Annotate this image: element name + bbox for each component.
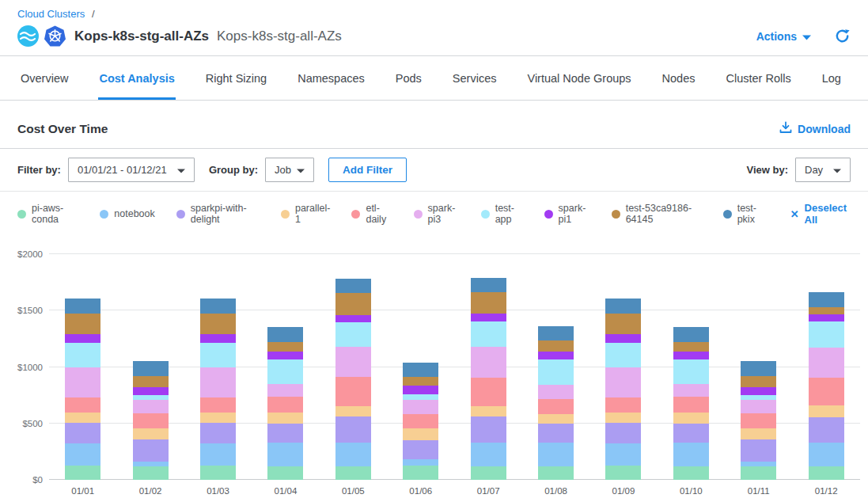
breadcrumb-link-cloud-clusters[interactable]: Cloud Clusters (17, 8, 85, 20)
deselect-all-button[interactable]: ✕Deselect All (790, 202, 851, 226)
chart-x-axis: 01/0101/0201/0301/0401/0501/0601/0701/08… (49, 480, 860, 496)
stacked-bar-01-09 (605, 299, 641, 480)
bar-segment-spark-pi1 (605, 334, 641, 343)
bar-segment-test-53ca9186-64145 (673, 342, 709, 352)
bar-segment-spark-pi3 (471, 347, 506, 378)
bar-segment-parallel-1 (335, 406, 371, 416)
bar-segment-sparkpi-with-delight (673, 424, 709, 443)
bar-segment-etl-daily (65, 397, 100, 413)
stacked-bar-01-10 (673, 327, 709, 480)
legend-item-test-app[interactable]: test-app (481, 203, 523, 225)
legend-label: etl-daily (366, 203, 392, 225)
legend-item-parallel-1[interactable]: parallel-1 (281, 203, 330, 225)
bar-segment-spark-pi1 (200, 334, 236, 343)
x-axis-tick: 01/01 (59, 486, 107, 496)
download-button[interactable]: Download (779, 121, 851, 136)
bar-segment-test-pkix (335, 279, 371, 293)
group-by-label: Group by: (209, 164, 258, 176)
stacked-bar-01-07 (471, 278, 506, 480)
x-axis-tick: 01/09 (600, 486, 647, 496)
cluster-name: Kops-k8s-stg-all-AZs (74, 29, 209, 44)
legend-item-pi-aws-conda[interactable]: pi-aws-conda (17, 203, 78, 225)
bar-segment-test-pkix (267, 327, 303, 342)
x-axis-tick: 01/07 (464, 486, 512, 496)
bar-segment-pi-aws-conda (809, 466, 844, 480)
legend-dot-icon (544, 210, 553, 219)
legend-label: sparkpi-with-delight (191, 203, 260, 225)
legend-item-test-53ca9186-64145[interactable]: test-53ca9186-64145 (612, 203, 702, 225)
bar-segment-notebook (267, 443, 303, 466)
x-axis-tick: 01/06 (397, 486, 445, 496)
bar-segment-test-53ca9186-64145 (200, 314, 236, 335)
legend-dot-icon (351, 210, 360, 219)
tab-nodes[interactable]: Nodes (661, 56, 696, 100)
bar-segment-test-53ca9186-64145 (538, 340, 574, 352)
legend-item-spark-pi3[interactable]: spark-pi3 (414, 203, 460, 225)
view-by-dropdown[interactable]: Day (795, 158, 851, 182)
bar-segment-etl-daily (673, 397, 709, 413)
bar-segment-spark-pi1 (403, 386, 438, 394)
legend-dot-icon (612, 210, 620, 219)
bar-segment-test-pkix (673, 327, 709, 342)
legend-item-notebook[interactable]: notebook (100, 208, 154, 219)
bar-segment-test-app (335, 322, 371, 348)
refresh-icon[interactable] (835, 29, 851, 44)
group-by-dropdown[interactable]: Job (265, 158, 314, 182)
tab-namespaces[interactable]: Namespaces (297, 56, 366, 100)
ocean-logo-icon (17, 25, 39, 47)
bar-segment-spark-pi3 (809, 348, 844, 378)
bar-segment-notebook (200, 443, 236, 466)
bar-segment-test-53ca9186-64145 (605, 314, 641, 335)
stacked-bar-01-06 (403, 363, 438, 480)
bar-segment-pi-aws-conda (741, 466, 776, 480)
legend-label: test-pkix (737, 203, 766, 225)
stacked-bar-01-01 (65, 299, 100, 480)
bar-segment-etl-daily (403, 414, 438, 428)
legend-item-spark-pi1[interactable]: spark-pi1 (544, 203, 590, 225)
tab-cost-analysis[interactable]: Cost Analysis (98, 56, 175, 100)
bar-segment-sparkpi-with-delight (605, 423, 641, 443)
tab-cluster-rolls[interactable]: Cluster Rolls (726, 56, 792, 100)
date-range-dropdown[interactable]: 01/01/21 - 01/12/21 (68, 158, 195, 182)
legend-dot-icon (100, 210, 108, 219)
x-axis-tick: 01/10 (667, 486, 714, 496)
tab-services[interactable]: Services (452, 56, 498, 100)
legend-item-sparkpi-with-delight[interactable]: sparkpi-with-delight (176, 203, 260, 225)
chevron-down-icon (802, 30, 811, 43)
bar-segment-spark-pi3 (133, 400, 169, 413)
bar-segment-test-53ca9186-64145 (403, 377, 438, 386)
legend-label: test-app (495, 203, 523, 225)
actions-button[interactable]: Actions (756, 30, 811, 43)
legend-item-test-pkix[interactable]: test-pkix (723, 203, 766, 225)
bar-segment-test-53ca9186-64145 (809, 307, 844, 314)
add-filter-button[interactable]: Add Filter (328, 158, 407, 182)
bar-segment-test-app (403, 394, 438, 400)
bar-segment-pi-aws-conda (538, 466, 574, 481)
bar-segment-parallel-1 (673, 413, 709, 424)
x-axis-tick: 01/12 (802, 486, 850, 496)
view-by-label: View by: (746, 164, 788, 176)
bar-segment-test-53ca9186-64145 (335, 293, 371, 315)
bar-segment-test-53ca9186-64145 (741, 376, 776, 388)
tab-pods[interactable]: Pods (395, 56, 423, 100)
tab-log[interactable]: Log (821, 56, 842, 100)
bar-segment-spark-pi3 (403, 400, 438, 415)
bar-segment-parallel-1 (741, 428, 776, 439)
bar-segment-pi-aws-conda (673, 466, 709, 481)
filter-by-label: Filter by: (17, 164, 61, 176)
bar-segment-spark-pi1 (741, 387, 776, 395)
bar-segment-sparkpi-with-delight (65, 423, 100, 443)
legend-label: test-53ca9186-64145 (626, 203, 702, 225)
tab-overview[interactable]: Overview (20, 56, 69, 100)
bar-segment-spark-pi3 (200, 367, 236, 397)
tab-right-sizing[interactable]: Right Sizing (205, 56, 267, 100)
bar-segment-parallel-1 (538, 414, 574, 424)
legend-dot-icon (414, 210, 423, 219)
bar-segment-test-app (267, 359, 303, 384)
bar-segment-etl-daily (200, 397, 236, 413)
tab-virtual-node-groups[interactable]: Virtual Node Groups (526, 56, 631, 100)
bar-segment-test-pkix (471, 278, 506, 292)
legend-item-etl-daily[interactable]: etl-daily (351, 203, 392, 225)
stacked-bar-01-11 (741, 361, 776, 480)
legend-label: notebook (114, 208, 154, 219)
